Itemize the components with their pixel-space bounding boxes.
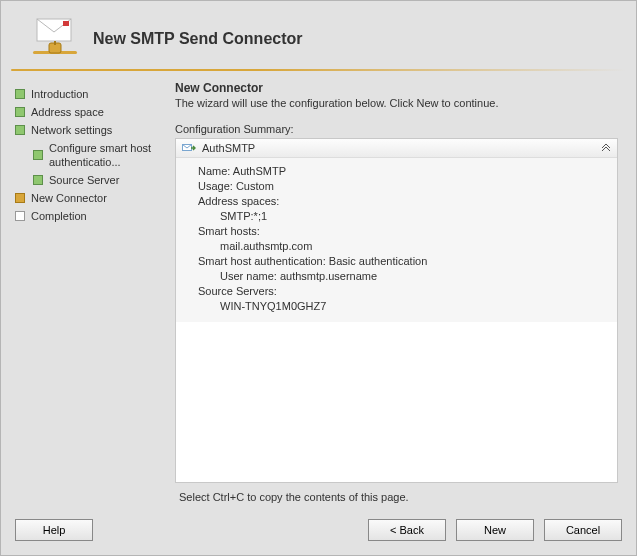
wizard-dialog: New SMTP Send Connector Introduction Add… (0, 0, 637, 556)
summary-label: Configuration Summary: (175, 123, 618, 135)
summary-empty-area (176, 322, 617, 482)
step-network-settings[interactable]: Network settings (15, 121, 165, 139)
svg-rect-1 (63, 21, 69, 26)
summary-details: Name: AuthSMTP Usage: Custom Address spa… (176, 158, 617, 322)
step-new-connector[interactable]: New Connector (15, 189, 165, 207)
configuration-summary-box: AuthSMTP Name: AuthSMTP Usage: Custom Ad… (175, 138, 618, 483)
mail-connector-icon (31, 15, 79, 63)
page-description: The wizard will use the configuration be… (175, 97, 618, 109)
dialog-body: Introduction Address space Network setti… (1, 75, 636, 483)
cancel-button[interactable]: Cancel (544, 519, 622, 541)
connector-icon (182, 142, 196, 154)
page-heading: New Connector (175, 81, 618, 95)
collapse-chevron-icon[interactable] (601, 142, 611, 154)
new-button[interactable]: New (456, 519, 534, 541)
step-source-server[interactable]: Source Server (15, 171, 165, 189)
button-bar: Help < Back New Cancel (1, 513, 636, 555)
dialog-header: New SMTP Send Connector (1, 1, 636, 67)
help-button[interactable]: Help (15, 519, 93, 541)
step-address-space[interactable]: Address space (15, 103, 165, 121)
step-completion[interactable]: Completion (15, 207, 165, 225)
wizard-steps-sidebar: Introduction Address space Network setti… (15, 81, 165, 483)
copy-hint: Select Ctrl+C to copy the contents of th… (1, 483, 636, 513)
main-panel: New Connector The wizard will use the co… (175, 81, 622, 483)
step-introduction[interactable]: Introduction (15, 85, 165, 103)
back-button[interactable]: < Back (368, 519, 446, 541)
step-smart-host-auth[interactable]: Configure smart host authenticatio... (15, 139, 165, 171)
dialog-title: New SMTP Send Connector (93, 30, 303, 48)
divider (11, 69, 626, 71)
summary-connector-name: AuthSMTP (202, 142, 255, 154)
summary-header[interactable]: AuthSMTP (176, 139, 617, 158)
